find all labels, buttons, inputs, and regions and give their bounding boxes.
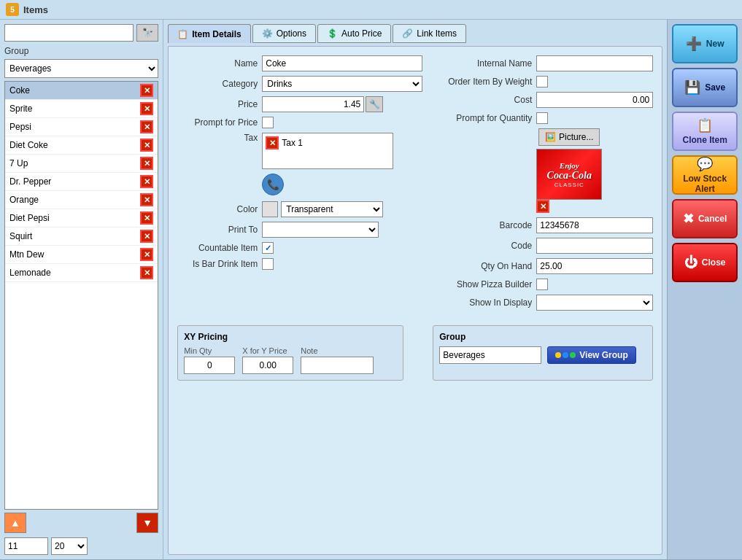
group-select[interactable]: Beverages Food Desserts (4, 59, 158, 78)
x-for-y-input[interactable] (242, 357, 293, 374)
prompt-for-quantity-checkbox[interactable] (536, 112, 548, 124)
delete-item-icon[interactable]: ✕ (140, 248, 153, 261)
code-input[interactable] (536, 238, 653, 254)
code-label: Code (437, 241, 532, 251)
new-button[interactable]: ➕ New (672, 24, 738, 63)
list-item[interactable]: Squirt ✕ (5, 228, 158, 246)
group-section: Group View Group (433, 325, 653, 381)
clone-item-button[interactable]: 📋 Clone Item (672, 112, 738, 151)
page-number-input[interactable] (4, 537, 48, 555)
list-item[interactable]: Orange ✕ (5, 191, 158, 209)
picture-delete-icon[interactable]: ✕ (536, 200, 549, 213)
delete-item-icon[interactable]: ✕ (140, 102, 153, 115)
prompt-for-price-checkbox[interactable] (262, 117, 274, 128)
view-group-label: View Group (579, 350, 627, 360)
delete-item-icon[interactable]: ✕ (140, 120, 153, 133)
price-input[interactable] (262, 96, 364, 112)
name-input[interactable] (262, 55, 422, 71)
internal-name-input[interactable] (536, 55, 653, 71)
list-item[interactable]: Diet Pepsi ✕ (5, 209, 158, 228)
list-item[interactable]: Coke ✕ (5, 82, 158, 100)
list-item[interactable]: Pepsi ✕ (5, 118, 158, 136)
delete-item-icon[interactable]: ✕ (140, 157, 153, 170)
min-qty-label: Min Qty (184, 346, 235, 355)
price-calc-button[interactable]: 🔧 (366, 96, 383, 112)
group-name-input[interactable] (439, 346, 541, 364)
group-section-title: Group (439, 332, 646, 342)
move-up-button[interactable]: ▲ (4, 513, 26, 533)
list-item[interactable]: Diet Coke ✕ (5, 136, 158, 155)
view-group-button[interactable]: View Group (547, 346, 635, 364)
close-icon: ⏻ (684, 255, 697, 271)
delete-item-icon[interactable]: ✕ (140, 230, 153, 243)
tab-link-items[interactable]: 🔗 Link Items (393, 24, 466, 43)
close-label: Close (702, 257, 726, 268)
print-to-select[interactable] (262, 222, 379, 238)
color-swatch (262, 201, 278, 217)
category-label: Category (177, 79, 258, 89)
app-title: Items (23, 4, 48, 15)
list-item[interactable]: 7 Up ✕ (5, 155, 158, 173)
picture-button[interactable]: 🖼️ Picture... (538, 128, 600, 146)
note-label: Note (301, 346, 374, 355)
tax-remove-icon[interactable]: ✕ (266, 136, 279, 149)
left-panel: 🔭 Group Beverages Food Desserts Coke ✕ S… (0, 20, 163, 559)
phone-icon[interactable]: 📞 (262, 174, 284, 195)
color-label: Color (177, 204, 258, 214)
list-item[interactable]: Mtn Dew ✕ (5, 246, 158, 264)
item-details-tab-icon: 📋 (177, 29, 188, 39)
list-item[interactable]: Sprite ✕ (5, 100, 158, 118)
tab-bar: 📋 Item Details ⚙️ Options 💲 Auto Price 🔗… (168, 24, 662, 43)
barcode-input[interactable] (536, 217, 653, 233)
delete-item-icon[interactable]: ✕ (140, 175, 153, 188)
form-area: Name Category Drinks Food Other Price (168, 46, 662, 555)
coca-cola-image: Enjoy Coca-Cola Classic (537, 149, 601, 200)
min-qty-input[interactable] (184, 357, 235, 374)
tab-options[interactable]: ⚙️ Options (252, 24, 316, 43)
save-label: Save (705, 82, 725, 93)
binoculars-icon: 🔭 (142, 28, 153, 38)
cancel-button[interactable]: ✖ Cancel (672, 199, 738, 238)
list-item[interactable]: Dr. Pepper ✕ (5, 173, 158, 191)
page-size-select[interactable]: 20 50 100 (51, 537, 88, 555)
countable-item-checkbox[interactable] (262, 242, 274, 254)
tax-box: ✕ Tax 1 (262, 133, 393, 169)
order-by-weight-checkbox[interactable] (536, 76, 548, 88)
color-select[interactable]: Transparent Red Blue Green (281, 201, 383, 217)
app-icon: 5 (6, 3, 19, 16)
tab-item-details[interactable]: 📋 Item Details (168, 24, 250, 43)
view-group-dots-icon (555, 352, 576, 358)
cost-label: Cost (437, 95, 532, 105)
category-select[interactable]: Drinks Food Other (262, 76, 422, 92)
calculator-icon: 🔧 (369, 99, 380, 109)
search-input[interactable] (4, 24, 134, 42)
tax-item-label: Tax 1 (282, 138, 303, 148)
center-panel: 📋 Item Details ⚙️ Options 💲 Auto Price 🔗… (163, 20, 667, 559)
x-for-y-label: X for Y Price (242, 346, 293, 355)
countable-item-label: Countable Item (177, 243, 258, 253)
delete-item-icon[interactable]: ✕ (140, 139, 153, 152)
low-stock-alert-button[interactable]: 💬 Low Stock Alert (672, 155, 738, 195)
link-items-tab-icon: 🔗 (402, 28, 413, 39)
move-down-button[interactable]: ▼ (136, 513, 158, 533)
cancel-icon: ✖ (683, 211, 694, 227)
tab-auto-price[interactable]: 💲 Auto Price (317, 24, 391, 43)
delete-item-icon[interactable]: ✕ (140, 84, 153, 97)
show-in-display-select[interactable] (536, 295, 653, 311)
note-input[interactable] (301, 357, 374, 374)
picture-icon: 🖼️ (545, 132, 556, 142)
search-button[interactable]: 🔭 (136, 24, 158, 42)
cost-input[interactable] (536, 92, 653, 108)
is-bar-drink-checkbox[interactable] (262, 258, 274, 270)
name-label: Name (177, 58, 258, 69)
price-label: Price (177, 99, 258, 109)
delete-item-icon[interactable]: ✕ (140, 193, 153, 206)
save-button[interactable]: 💾 Save (672, 68, 738, 107)
delete-item-icon[interactable]: ✕ (140, 211, 153, 225)
items-list: Coke ✕ Sprite ✕ Pepsi ✕ Diet Coke ✕ 7 Up… (4, 81, 158, 510)
delete-item-icon[interactable]: ✕ (140, 266, 153, 279)
close-button[interactable]: ⏻ Close (672, 243, 738, 282)
qty-on-hand-input[interactable] (536, 258, 653, 274)
show-pizza-builder-checkbox[interactable] (536, 279, 548, 290)
list-item[interactable]: Lemonade ✕ (5, 264, 158, 282)
